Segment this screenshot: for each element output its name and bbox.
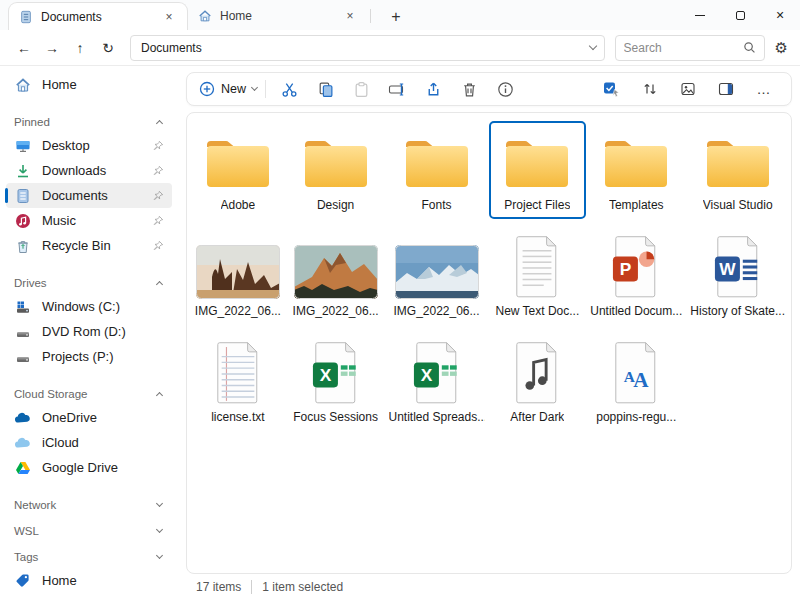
section-label: Cloud Storage bbox=[14, 388, 88, 400]
multi-select-icon bbox=[603, 81, 621, 97]
sidebar-item-google-drive[interactable]: Google Drive bbox=[6, 455, 172, 480]
gdrive-icon bbox=[14, 459, 31, 476]
refresh-button[interactable]: ↻ bbox=[94, 35, 122, 61]
view-image-icon bbox=[680, 81, 696, 97]
sidebar-section-network[interactable]: Network bbox=[0, 494, 178, 516]
new-tab-icon[interactable]: + bbox=[385, 8, 407, 26]
file-item-img-2022-06[interactable]: IMG_2022_06... bbox=[385, 227, 489, 325]
file-grid: AdobeDesignFontsProject FilesTemplatesVi… bbox=[189, 121, 789, 431]
rename-button[interactable] bbox=[382, 75, 412, 103]
section-label: Network bbox=[14, 499, 56, 511]
sidebar-item-downloads[interactable]: Downloads bbox=[6, 158, 172, 183]
svg-text:A: A bbox=[633, 368, 649, 392]
address-bar[interactable]: Documents bbox=[130, 35, 605, 61]
file-item-visual-studio[interactable]: Visual Studio bbox=[686, 121, 789, 219]
toolbar-separator bbox=[265, 80, 266, 98]
sidebar-section-tags[interactable]: Tags bbox=[0, 546, 178, 568]
sidebar-item-projects-p[interactable]: Projects (P:) bbox=[6, 344, 172, 369]
sidebar-item-recycle-bin[interactable]: Recycle Bin bbox=[6, 233, 172, 258]
forward-button[interactable]: → bbox=[38, 35, 66, 61]
sidebar-section-cloud-storage[interactable]: Cloud Storage bbox=[0, 383, 178, 405]
file-item-design[interactable]: Design bbox=[287, 121, 385, 219]
sidebar-item-onedrive[interactable]: OneDrive bbox=[6, 405, 172, 430]
tab-separator bbox=[370, 9, 371, 23]
sidebar-item-dvd-rom-d[interactable]: DVD Rom (D:) bbox=[6, 319, 172, 344]
pin-icon bbox=[152, 240, 164, 252]
sidebar-item-home[interactable]: Home bbox=[6, 72, 172, 97]
section-label: Tags bbox=[14, 551, 38, 563]
file-label: History of Skate... bbox=[690, 304, 785, 318]
back-button[interactable]: ← bbox=[10, 35, 38, 61]
settings-gear-icon[interactable]: ⚙ bbox=[775, 39, 788, 57]
file-item-license-txt[interactable]: license.txt bbox=[189, 333, 287, 431]
file-item-adobe[interactable]: Adobe bbox=[189, 121, 287, 219]
file-item-project-files[interactable]: Project Files bbox=[489, 121, 587, 219]
tab-close-icon[interactable]: × bbox=[161, 10, 177, 24]
sidebar-item-label: Home bbox=[42, 77, 77, 92]
cut-button[interactable] bbox=[274, 75, 304, 103]
sidebar-item-icloud[interactable]: iCloud bbox=[6, 430, 172, 455]
details-pane-button[interactable] bbox=[711, 75, 741, 103]
sidebar-item-desktop[interactable]: Desktop bbox=[6, 133, 172, 158]
properties-button[interactable] bbox=[490, 75, 520, 103]
paste-button[interactable] bbox=[346, 75, 376, 103]
tab-home[interactable]: Home × bbox=[188, 2, 368, 30]
chevron-down-icon bbox=[251, 84, 258, 91]
section-label: WSL bbox=[14, 525, 39, 537]
new-button[interactable]: New bbox=[199, 75, 257, 103]
folder-icon bbox=[500, 127, 574, 193]
up-button[interactable]: ↑ bbox=[66, 35, 94, 61]
folder-icon bbox=[400, 127, 474, 193]
view-button[interactable] bbox=[673, 75, 703, 103]
sidebar-section-wsl[interactable]: WSL bbox=[0, 520, 178, 542]
sidebar-item-music[interactable]: Music bbox=[6, 208, 172, 233]
sidebar-item-windows-c[interactable]: Windows (C:) bbox=[6, 294, 172, 319]
sort-button[interactable] bbox=[635, 75, 665, 103]
command-toolbar: New bbox=[186, 72, 792, 106]
file-item-poppins-regu[interactable]: AApoppins-regu... bbox=[586, 333, 686, 431]
pin-icon bbox=[152, 165, 164, 177]
file-item-untitled-spreads[interactable]: XUntitled Spreads... bbox=[385, 333, 489, 431]
file-label: Fonts bbox=[421, 198, 451, 212]
tab-documents[interactable]: Documents × bbox=[8, 2, 188, 30]
share-icon bbox=[425, 81, 442, 98]
image-icon bbox=[395, 233, 479, 299]
file-label: IMG_2022_06... bbox=[293, 304, 379, 318]
file-item-untitled-docum[interactable]: PUntitled Docum... bbox=[586, 227, 686, 325]
share-button[interactable] bbox=[418, 75, 448, 103]
file-item-img-2022-06[interactable]: IMG_2022_06... bbox=[189, 227, 287, 325]
tab-bar: Documents × Home × + × bbox=[0, 0, 800, 30]
chevron-up-icon bbox=[156, 120, 163, 127]
select-mode-button[interactable] bbox=[597, 75, 627, 103]
plus-circle-icon bbox=[199, 81, 215, 97]
file-label: Adobe bbox=[221, 198, 256, 212]
file-item-after-dark[interactable]: After Dark bbox=[489, 333, 587, 431]
more-options-button[interactable]: … bbox=[749, 75, 779, 103]
search-input[interactable] bbox=[624, 41, 743, 55]
sidebar-section-drives[interactable]: Drives bbox=[0, 272, 178, 294]
chevron-down-icon bbox=[156, 500, 163, 507]
sidebar-item-documents[interactable]: Documents bbox=[6, 183, 172, 208]
copy-button[interactable] bbox=[310, 75, 340, 103]
chevron-down-icon[interactable] bbox=[588, 42, 596, 50]
file-item-new-text-doc[interactable]: New Text Doc... bbox=[489, 227, 587, 325]
close-button[interactable]: × bbox=[760, 0, 800, 30]
file-item-focus-sessions[interactable]: XFocus Sessions bbox=[287, 333, 385, 431]
delete-button[interactable] bbox=[454, 75, 484, 103]
file-item-templates[interactable]: Templates bbox=[586, 121, 686, 219]
search-box[interactable] bbox=[615, 35, 765, 61]
maximize-icon bbox=[736, 11, 745, 20]
forward-icon: → bbox=[45, 40, 59, 56]
tab-close-icon[interactable]: × bbox=[342, 9, 358, 23]
rename-icon bbox=[388, 81, 406, 98]
file-item-fonts[interactable]: Fonts bbox=[385, 121, 489, 219]
sidebar-item-home[interactable]: Home bbox=[6, 568, 172, 593]
chevron-down-icon bbox=[156, 526, 163, 533]
file-item-history-of-skate[interactable]: WHistory of Skate... bbox=[686, 227, 789, 325]
file-item-img-2022-06[interactable]: IMG_2022_06... bbox=[287, 227, 385, 325]
maximize-button[interactable] bbox=[720, 0, 760, 30]
minimize-button[interactable] bbox=[680, 0, 720, 30]
selection-count: 1 item selected bbox=[262, 580, 343, 594]
sidebar-section-pinned[interactable]: Pinned bbox=[0, 111, 178, 133]
section-label: Pinned bbox=[14, 116, 50, 128]
